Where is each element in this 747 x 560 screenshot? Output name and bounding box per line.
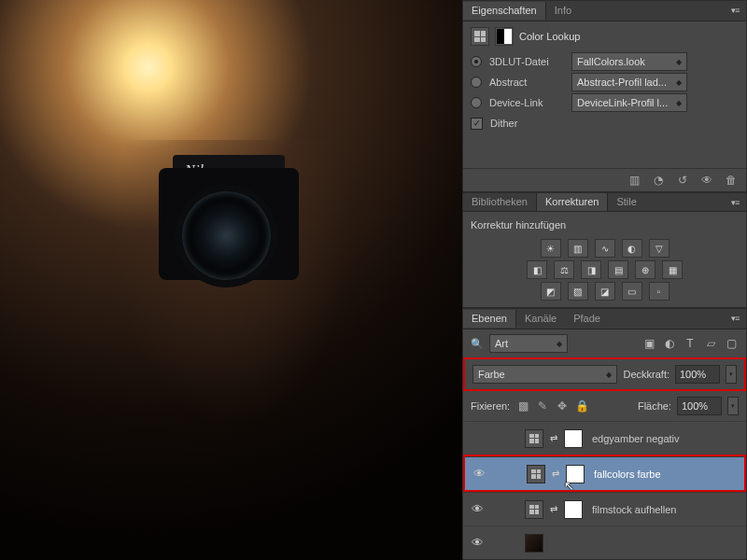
tab-layers[interactable]: Ebenen: [463, 310, 516, 328]
layer-image-thumb[interactable]: [525, 534, 543, 553]
layer-name[interactable]: edgyamber negativ: [592, 433, 680, 444]
layer-row[interactable]: ⇄ edgyamber negativ: [463, 421, 746, 455]
link-icon[interactable]: ⇄: [549, 433, 558, 443]
opacity-label: Deckkraft:: [623, 369, 669, 380]
lock-position-icon[interactable]: ✥: [555, 399, 570, 413]
magnify-icon: 🔍: [471, 338, 484, 350]
document-canvas[interactable]: Nikon: [0, 0, 462, 560]
visibility-icon[interactable]: 👁: [699, 174, 714, 187]
adjustments-subtitle: Korrektur hinzufügen: [471, 216, 739, 236]
fill-field[interactable]: 100%: [677, 397, 722, 415]
adjustments-tabbar: Bibliotheken Korrekturen Stile ▾≡: [463, 193, 746, 212]
layer-thumb-icon[interactable]: [527, 465, 545, 483]
layer-name[interactable]: filmstock aufhellen: [592, 504, 677, 515]
lock-paint-icon[interactable]: ✎: [535, 399, 550, 413]
layer-row[interactable]: 👁: [463, 525, 746, 559]
radio-3dlut[interactable]: [471, 56, 482, 67]
adj-photofilter-icon[interactable]: ▤: [608, 260, 628, 279]
adj-mixer-icon[interactable]: ⊕: [635, 260, 655, 279]
layer-thumb-icon[interactable]: [525, 500, 543, 519]
radio-devicelink[interactable]: [471, 97, 482, 108]
checkbox-dither[interactable]: ✓: [471, 118, 483, 130]
fill-stepper[interactable]: ▾: [727, 397, 739, 415]
panel-menu-icon[interactable]: ▾≡: [731, 314, 742, 323]
adj-gradientmap-icon[interactable]: ▭: [622, 282, 642, 301]
blend-mode-dropdown[interactable]: Farbe◆: [472, 365, 617, 384]
lock-all-icon[interactable]: 🔒: [574, 399, 589, 413]
layer-thumb-icon[interactable]: [525, 429, 543, 448]
tab-paths[interactable]: Pfade: [565, 310, 609, 328]
fill-label: Fläche:: [638, 400, 671, 412]
adj-lookup-icon[interactable]: ▦: [662, 260, 683, 279]
visibility-toggle[interactable]: 👁: [467, 502, 487, 516]
filter-type-icon[interactable]: T: [683, 337, 698, 350]
adj-balance-icon[interactable]: ⚖: [554, 260, 574, 279]
visibility-toggle[interactable]: 👁: [469, 467, 489, 481]
adj-posterize-icon[interactable]: ▨: [568, 282, 588, 301]
tab-adjustments[interactable]: Korrekturen: [536, 193, 608, 211]
photo-camera-lens: [182, 191, 271, 280]
reset-icon[interactable]: ↺: [675, 174, 690, 187]
filter-pixel-icon[interactable]: ▣: [641, 337, 656, 350]
lookup-swatch-icon: [495, 27, 514, 46]
adj-brightness-icon[interactable]: ☀: [541, 239, 561, 258]
label-devicelink: Device-Link: [489, 97, 564, 108]
highlight-blend-row: Farbe◆ Deckkraft: 100% ▾: [463, 357, 746, 391]
lock-transparency-icon[interactable]: ▩: [515, 399, 530, 413]
link-icon[interactable]: ⇄: [551, 469, 560, 479]
panel-menu-icon[interactable]: ▾≡: [731, 6, 742, 15]
layer-filter-dropdown[interactable]: Art◆: [489, 334, 568, 353]
layer-mask-thumb[interactable]: [564, 429, 583, 448]
label-dither: Dither: [490, 118, 565, 129]
filter-shape-icon[interactable]: ▱: [703, 337, 718, 350]
lock-label: Fixieren:: [471, 400, 510, 412]
lookup-grid-icon: [471, 27, 489, 46]
layer-row[interactable]: 👁 ⇄ filmstock aufhellen: [463, 492, 746, 525]
visibility-toggle[interactable]: 👁: [467, 536, 487, 550]
adj-exposure-icon[interactable]: ◐: [622, 239, 642, 258]
layer-list: ⇄ edgyamber negativ 👁 ⇄ fallcolors farbe…: [463, 421, 746, 559]
label-3dlut: 3DLUT-Datei: [489, 56, 564, 67]
filter-adjust-icon[interactable]: ◐: [662, 337, 677, 350]
layers-tabbar: Ebenen Kanäle Pfade ▾≡: [463, 309, 746, 329]
trash-icon[interactable]: 🗑: [724, 174, 739, 187]
filter-smart-icon[interactable]: ▢: [724, 337, 739, 350]
cursor-icon: ↖: [564, 479, 574, 493]
dropdown-devicelink[interactable]: DeviceLink-Profil l...◆: [571, 93, 687, 112]
tab-libraries[interactable]: Bibliotheken: [463, 193, 536, 211]
dropdown-abstract[interactable]: Abstract-Profil lad...◆: [571, 73, 687, 91]
layer-row[interactable]: 👁 ⇄ fallcolors farbe: [465, 456, 744, 490]
highlight-selected-layer: 👁 ⇄ fallcolors farbe ↖: [463, 455, 746, 492]
opacity-stepper[interactable]: ▾: [726, 365, 737, 384]
tab-info[interactable]: Info: [546, 2, 580, 20]
adj-invert-icon[interactable]: ◩: [541, 282, 561, 301]
layer-mask-thumb[interactable]: [564, 500, 583, 519]
properties-footer: ▥ ◔ ↺ 👁 🗑: [463, 168, 746, 191]
tab-properties[interactable]: Eigenschaften: [463, 2, 546, 20]
adj-hue-icon[interactable]: ◧: [527, 260, 547, 279]
adj-selective-icon[interactable]: ▫: [649, 282, 669, 301]
properties-title: Color Lookup: [519, 31, 580, 42]
dropdown-3dlut-file[interactable]: FallColors.look◆: [571, 52, 687, 71]
opacity-field[interactable]: 100%: [675, 365, 720, 384]
adj-vibrance-icon[interactable]: ▽: [649, 239, 669, 258]
adj-bw-icon[interactable]: ◨: [581, 260, 601, 279]
clip-to-layer-icon[interactable]: ▥: [627, 174, 641, 187]
adj-threshold-icon[interactable]: ◪: [595, 282, 615, 301]
link-icon[interactable]: ⇄: [549, 504, 558, 514]
label-abstract: Abstract: [489, 77, 564, 88]
tab-channels[interactable]: Kanäle: [516, 310, 565, 328]
panel-menu-icon[interactable]: ▾≡: [731, 198, 742, 207]
view-previous-icon[interactable]: ◔: [651, 174, 666, 187]
layer-name[interactable]: fallcolors farbe: [594, 469, 661, 480]
adj-curves-icon[interactable]: ∿: [595, 239, 615, 258]
tab-styles[interactable]: Stile: [608, 193, 644, 211]
properties-tabbar: Eigenschaften Info ▾≡: [463, 1, 746, 21]
radio-abstract[interactable]: [471, 77, 482, 88]
adj-levels-icon[interactable]: ▥: [568, 239, 588, 258]
